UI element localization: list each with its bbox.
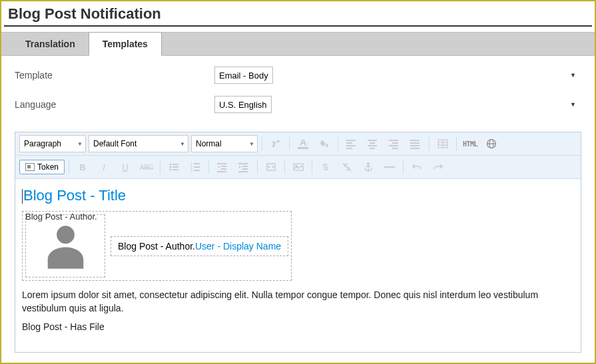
- language-row: Language U.S. English: [15, 96, 581, 113]
- redo-icon[interactable]: [429, 158, 447, 176]
- toolbar-separator: [69, 160, 69, 174]
- svg-rect-6: [370, 142, 375, 144]
- bg-color-icon[interactable]: [315, 135, 334, 152]
- page-title: Blog Post Notification: [1, 1, 595, 25]
- font-color-icon[interactable]: [294, 135, 312, 152]
- svg-rect-39: [217, 171, 226, 172]
- svg-rect-35: [194, 170, 200, 171]
- svg-rect-25: [172, 164, 178, 165]
- author-display-name-link[interactable]: User - Display Name: [195, 241, 281, 252]
- token-button[interactable]: Token: [19, 160, 65, 174]
- svg-rect-49: [384, 166, 395, 168]
- template-label: Template: [15, 70, 214, 81]
- rich-text-editor: Paragraph Default Font Normal HTML Token…: [15, 132, 581, 353]
- undo-icon[interactable]: [408, 158, 426, 176]
- toolbar-separator: [429, 137, 430, 150]
- toolbar-separator: [208, 160, 209, 174]
- tab-translation[interactable]: Translation: [12, 33, 89, 55]
- svg-rect-45: [294, 164, 303, 170]
- svg-rect-0: [298, 147, 308, 149]
- text-cursor: [22, 189, 23, 204]
- image-icon[interactable]: [289, 158, 308, 176]
- svg-rect-3: [346, 145, 356, 146]
- title-token-text: Blog Post - Title: [23, 187, 126, 204]
- tab-bar: Translation Templates: [1, 32, 595, 56]
- paragraph-select[interactable]: Paragraph: [19, 135, 86, 152]
- font-select[interactable]: Default Font: [89, 135, 188, 152]
- editor-title-token[interactable]: Blog Post - Title: [22, 187, 574, 204]
- hr-icon[interactable]: [380, 158, 399, 176]
- svg-rect-7: [368, 145, 377, 146]
- editor-content-area[interactable]: Blog Post - Title Blog Post - Author.Use…: [15, 179, 581, 352]
- svg-rect-9: [389, 140, 398, 141]
- svg-text:3: 3: [190, 168, 192, 172]
- svg-rect-15: [410, 145, 420, 146]
- unlink-icon[interactable]: [338, 158, 356, 176]
- svg-rect-36: [217, 163, 226, 164]
- toolbar-separator: [289, 137, 290, 150]
- code-block-icon[interactable]: [262, 158, 280, 176]
- svg-rect-1: [346, 140, 356, 141]
- remove-format-icon[interactable]: [266, 135, 285, 152]
- svg-point-28: [170, 169, 172, 171]
- globe-icon[interactable]: [482, 135, 501, 152]
- align-center-icon[interactable]: [364, 135, 382, 152]
- svg-rect-10: [392, 142, 398, 144]
- hasfile-token[interactable]: Blog Post - Has File: [22, 321, 574, 332]
- author-name-cell: Blog Post - Author.User - Display Name: [111, 236, 288, 256]
- svg-rect-11: [389, 145, 398, 146]
- token-icon: [25, 163, 35, 171]
- svg-rect-31: [194, 163, 200, 164]
- outdent-icon[interactable]: [213, 158, 232, 176]
- language-select[interactable]: U.S. English: [214, 96, 272, 113]
- bullet-list-icon[interactable]: [164, 158, 183, 176]
- align-left-icon[interactable]: [342, 135, 361, 152]
- token-button-label: Token: [37, 162, 59, 172]
- svg-rect-8: [370, 148, 375, 149]
- svg-rect-40: [238, 163, 248, 164]
- link-icon[interactable]: [316, 158, 335, 176]
- toolbar-separator: [338, 137, 338, 150]
- svg-rect-43: [238, 171, 248, 172]
- tab-templates[interactable]: Templates: [89, 32, 162, 56]
- template-row: Template Email - Body: [15, 67, 581, 84]
- svg-rect-38: [221, 168, 226, 170]
- align-right-icon[interactable]: [385, 135, 404, 152]
- toolbar-row-2: Token B I U ABC 123: [15, 156, 581, 179]
- indent-icon[interactable]: [234, 158, 253, 176]
- svg-rect-37: [221, 166, 226, 167]
- template-select[interactable]: Email - Body: [214, 67, 273, 84]
- toolbar-separator: [456, 137, 457, 150]
- toolbar-separator: [257, 160, 258, 174]
- toolbar-separator: [403, 160, 404, 174]
- html-source-button[interactable]: HTML: [461, 135, 479, 152]
- svg-point-26: [170, 166, 172, 168]
- svg-rect-41: [242, 166, 248, 167]
- table-icon[interactable]: [434, 135, 452, 152]
- language-select-wrap: U.S. English: [214, 96, 581, 113]
- svg-rect-27: [172, 166, 178, 168]
- number-list-icon[interactable]: 123: [186, 158, 204, 176]
- italic-icon[interactable]: I: [95, 158, 113, 176]
- svg-rect-14: [410, 142, 420, 144]
- toolbar-separator: [312, 160, 312, 174]
- form-area: Template Email - Body Language U.S. Engl…: [1, 56, 595, 132]
- toolbar-separator: [262, 137, 262, 150]
- svg-rect-33: [194, 166, 200, 168]
- person-silhouette-icon: [44, 222, 87, 272]
- svg-point-47: [368, 163, 370, 165]
- svg-rect-29: [172, 169, 178, 170]
- author-name-prefix: Blog Post - Author.: [118, 241, 195, 252]
- strikethrough-icon[interactable]: ABC: [137, 158, 156, 176]
- svg-rect-5: [368, 140, 377, 141]
- svg-point-24: [170, 164, 172, 166]
- align-justify-icon[interactable]: [406, 135, 425, 152]
- anchor-icon[interactable]: [359, 158, 378, 176]
- size-select[interactable]: Normal: [191, 135, 258, 152]
- svg-rect-4: [346, 148, 352, 149]
- bold-icon[interactable]: B: [73, 158, 92, 176]
- svg-rect-16: [410, 148, 420, 149]
- underline-icon[interactable]: U: [116, 158, 135, 176]
- editor-body-text[interactable]: Lorem ipsum dolor sit amet, consectetur …: [22, 289, 574, 315]
- svg-rect-13: [410, 140, 420, 141]
